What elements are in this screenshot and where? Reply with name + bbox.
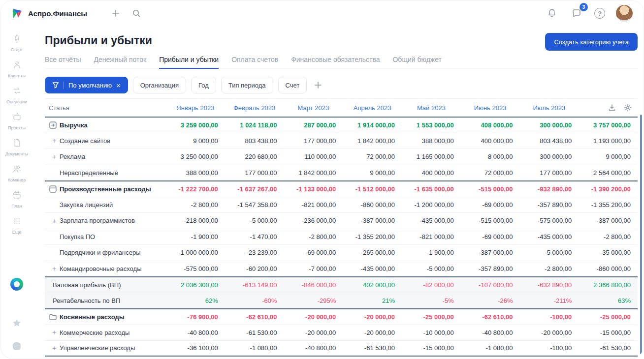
clear-filter-icon[interactable]: × — [116, 82, 121, 89]
expand-icon[interactable]: + — [52, 345, 56, 352]
value-cell: 63% — [579, 297, 638, 304]
filter-preset-chip[interactable]: По умолчанию × — [45, 77, 128, 93]
value-cell: -20 000,00 — [343, 313, 402, 321]
table-row[interactable]: +Зарплата программистов-218 000,00-5 000… — [45, 212, 638, 229]
value-cell: -10 000,00 — [402, 329, 461, 336]
filter-chip-2[interactable]: Тип периода — [221, 77, 273, 93]
expand-icon[interactable]: + — [52, 153, 56, 160]
extra-app-icon-2[interactable] — [11, 341, 22, 352]
table-row[interactable]: Выручка3 259 000,001 024 118,00287 000,0… — [45, 117, 638, 133]
tab-1[interactable]: Денежный поток — [94, 54, 146, 69]
value-cell: -295% — [284, 297, 343, 304]
filter-chip-3[interactable]: Счет — [278, 77, 307, 93]
sidebar-item-more[interactable]: Ещё — [0, 216, 33, 235]
table-row[interactable]: Производственные расходы-1 222 700,00-1 … — [45, 180, 638, 197]
download-icon[interactable] — [608, 104, 616, 112]
table-row[interactable]: Косвенные расходы-76 900,00-62 610,00-20… — [45, 308, 638, 325]
value-cell: -20 000,00 — [520, 329, 579, 336]
sidebar-item-projects[interactable]: Проекты — [0, 112, 33, 130]
value-cell: -236 000,00 — [284, 217, 343, 224]
row-title: Рентабельность по ВП — [53, 297, 120, 304]
value-cell: -82 000,00 — [402, 281, 461, 289]
value-cell: -860 000,00 — [579, 265, 638, 272]
expand-icon[interactable]: + — [52, 217, 56, 224]
messages-badge: 3 — [580, 3, 588, 11]
article-column-header: Статья — [45, 104, 166, 112]
tab-4[interactable]: Финансовые обязательства — [291, 54, 380, 69]
help-button[interactable]: ? — [594, 8, 605, 19]
sidebar-item-label: Документы — [5, 151, 28, 156]
value-cell: -860 000,00 — [343, 201, 402, 209]
product-logo-icon[interactable] — [10, 278, 23, 291]
value-cell: -1 470,00 — [225, 233, 284, 240]
expand-icon[interactable]: + — [52, 137, 56, 144]
extra-app-icon-1[interactable] — [11, 318, 22, 329]
row-title: Подрядчики и фрилансеры — [60, 249, 141, 256]
notifications-button[interactable] — [545, 6, 559, 20]
row-title: Управленческие расходы — [60, 344, 135, 352]
sidebar-item-clients[interactable]: Клиенты — [0, 60, 33, 78]
app-window: Аспро.Финансы 3 ? Старт — [0, 0, 644, 359]
value-cell: -357 890,00 — [520, 201, 579, 209]
table-row[interactable]: Нераспределенные388 000,00177 000,001 84… — [45, 165, 638, 181]
tab-0[interactable]: Все отчёты — [45, 54, 81, 69]
expand-icon[interactable]: + — [52, 265, 56, 272]
table-row[interactable]: +Управленческие расходы-36 100,00-1 080,… — [45, 340, 638, 357]
value-cell: -632 890,00 — [520, 281, 579, 289]
value-cell: 300 000,00 — [520, 121, 579, 129]
table-row[interactable]: +Реклама3 250 000,00220 680,00110 000,00… — [45, 149, 638, 165]
table-header: СтатьяЯнварь 2023Февраль 2023Март 2023Ап… — [45, 99, 638, 117]
value-cell: -69 000,00 — [461, 201, 520, 209]
row-title: Командировочные расходы — [60, 265, 142, 272]
value-cell: -35 000,00 — [579, 249, 638, 256]
table-row[interactable]: +Командировочные расходы-575 000,00-60 2… — [45, 261, 638, 277]
add-filter-button[interactable] — [314, 81, 322, 90]
month-column-header-1[interactable]: Февраль 2023 — [225, 104, 284, 112]
month-column-header-5[interactable]: Июнь 2023 — [461, 104, 520, 112]
sidebar-item-plan[interactable]: План — [0, 190, 33, 209]
value-cell: 400 000,00 — [461, 137, 520, 145]
month-column-header-2[interactable]: Март 2023 — [284, 104, 343, 112]
funnel-icon — [52, 82, 59, 89]
value-cell: -435 000,00 — [520, 233, 579, 240]
search-button[interactable] — [129, 6, 143, 20]
table-row[interactable]: Подрядчики и фрилансеры-1 000 000,00-23 … — [45, 244, 638, 261]
table-row[interactable]: Закупка лицензий-2 800,00-1 547 358,00-8… — [45, 197, 638, 213]
table-row[interactable]: Покупка ПО-1 900,00-1 470,00-2 800,00-1 … — [45, 229, 638, 245]
row-label: Нераспределенные — [45, 165, 166, 181]
tab-3[interactable]: Оплата счетов — [231, 54, 278, 69]
tab-2[interactable]: Прибыли и убытки — [159, 54, 219, 69]
tab-5[interactable]: Общий бюджет — [392, 54, 441, 69]
month-column-header-3[interactable]: Апрель 2023 — [343, 104, 402, 112]
filter-chip-1[interactable]: Год — [191, 77, 216, 93]
table-row[interactable]: Валовая прибыль (ВП)2 036 300,00-613 149… — [45, 276, 638, 293]
value-cell: -20 000,00 — [343, 329, 402, 336]
value-cell: -100,00 — [520, 344, 579, 352]
table-settings-icon[interactable] — [624, 104, 632, 112]
avatar[interactable] — [616, 5, 633, 22]
expand-icon[interactable]: + — [52, 329, 56, 336]
sidebar-item-team[interactable]: Команда — [0, 164, 33, 182]
table-row[interactable]: +Коммерческие расходы-40 800,00-61 530,0… — [45, 325, 638, 341]
create-category-button[interactable]: Создать категорию учета — [545, 33, 638, 51]
brand[interactable]: Аспро.Финансы — [11, 7, 87, 19]
add-button[interactable] — [109, 6, 123, 20]
sidebar-item-documents[interactable]: Документы — [0, 138, 33, 156]
month-column-header-0[interactable]: Январь 2023 — [166, 104, 225, 112]
sidebar-item-operations[interactable]: Операции — [0, 86, 33, 104]
value-cell: -40 800,00 — [284, 344, 343, 352]
month-column-header-6[interactable]: Июль 2023 — [520, 104, 579, 112]
table-row[interactable]: Рентабельность по ВП62%-60%-295%21%-5%-2… — [45, 293, 638, 309]
row-title: Косвенные расходы — [60, 313, 125, 321]
team-icon — [12, 164, 22, 176]
value-cell: 177 000,00 — [225, 169, 284, 177]
value-cell: 803 438,00 — [225, 137, 284, 145]
value-cell: -1 390 200,00 — [579, 185, 638, 193]
filter-chip-0[interactable]: Организация — [133, 77, 186, 93]
value-cell: -357 890,00 — [461, 265, 520, 272]
sidebar-item-start[interactable]: Старт — [0, 34, 33, 52]
vertical-scrollbar[interactable] — [640, 115, 642, 355]
value-cell: 62% — [166, 297, 225, 304]
month-column-header-4[interactable]: Май 2023 — [402, 104, 461, 112]
table-row[interactable]: +Создание сайтов9 000,00803 438,00177 00… — [45, 133, 638, 149]
